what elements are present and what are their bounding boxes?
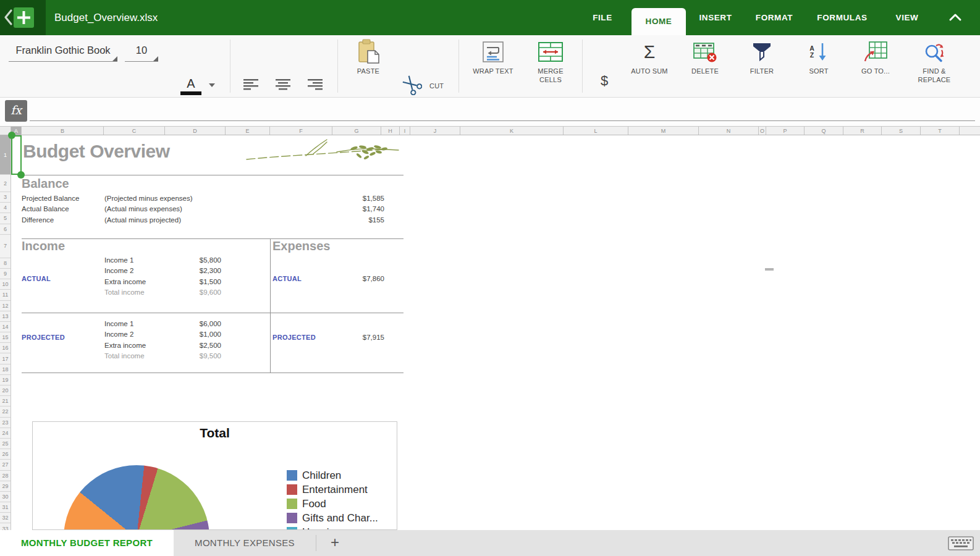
row-header[interactable]: 21 [0, 396, 11, 406]
fx-button[interactable]: fx [5, 100, 27, 122]
income-row: Income 2$2,300 [104, 266, 221, 277]
column-header[interactable]: M [628, 127, 699, 135]
formula-bar: fx [0, 98, 980, 126]
row-header[interactable]: 20 [0, 385, 11, 396]
row-header[interactable]: 17 [0, 353, 11, 364]
goto-icon [863, 37, 888, 67]
row-header[interactable]: 28 [0, 471, 11, 481]
wrap-text-button[interactable]: WRAP TEXT [465, 37, 522, 94]
row-header[interactable]: 11 [0, 290, 11, 300]
column-header[interactable]: L [564, 127, 628, 135]
row-header[interactable]: 26 [0, 449, 11, 460]
balance-row: Projected Balance (Projected minus expen… [22, 194, 384, 204]
column-header[interactable]: D [165, 127, 226, 135]
column-header[interactable]: P [766, 127, 805, 135]
column-header[interactable]: B [22, 127, 104, 135]
row-header[interactable]: 27 [0, 460, 11, 470]
font-color-button[interactable]: A [180, 77, 201, 95]
tab-view[interactable]: VIEW [882, 0, 932, 35]
filter-button[interactable]: FILTER [735, 37, 788, 94]
back-icon[interactable] [2, 8, 14, 27]
sheet-tab-inactive[interactable]: MONTHLY EXPENSES [183, 530, 306, 556]
autosum-button[interactable]: Σ AUTO SUM [623, 37, 676, 94]
row-header[interactable]: 22 [0, 406, 11, 417]
font-size-select[interactable]: 10 [125, 40, 158, 62]
row-header[interactable]: 2 [0, 175, 11, 192]
row-header[interactable]: 16 [0, 343, 11, 353]
column-header[interactable]: E [226, 127, 270, 135]
add-sheet-button[interactable]: + [324, 530, 346, 556]
align-center-button[interactable] [268, 72, 298, 99]
sort-button[interactable]: AZ SORT [792, 37, 845, 94]
collapse-ribbon-icon[interactable] [942, 0, 969, 35]
row-header[interactable]: 29 [0, 481, 11, 492]
tab-home[interactable]: HOME [632, 8, 686, 35]
align-left-button[interactable] [236, 72, 266, 99]
selection-handle-top[interactable] [8, 132, 15, 139]
column-header[interactable]: H [381, 127, 400, 135]
font-color-dropdown-icon[interactable] [209, 83, 215, 90]
row-header[interactable]: 24 [0, 428, 11, 439]
cut-button[interactable]: CUT [399, 72, 457, 99]
column-header[interactable]: Q [805, 127, 843, 135]
sheet-tab-active[interactable]: MONTHLY BUDGET REPORT [0, 530, 174, 556]
document-title: Budget_Overview.xlsx [54, 0, 158, 35]
row-header[interactable]: 5 [0, 213, 11, 224]
column-header[interactable]: R [843, 127, 882, 135]
row-header[interactable]: 9 [0, 269, 11, 279]
paste-button[interactable]: PASTE [345, 37, 392, 94]
column-header[interactable]: C [104, 127, 165, 135]
tab-format[interactable]: FORMAT [746, 0, 802, 35]
cell-selection-outline [11, 135, 22, 175]
font-name-select[interactable]: Franklin Gothic Book [9, 40, 117, 62]
column-header[interactable]: O [759, 127, 766, 135]
sheet-canvas[interactable]: Budget Overview Balance [11, 135, 980, 530]
row-header[interactable]: 4 [0, 203, 11, 213]
column-header[interactable]: N [699, 127, 759, 135]
cut-icon [401, 74, 422, 98]
tab-insert[interactable]: INSERT [691, 0, 740, 35]
align-right-icon [307, 78, 323, 93]
column-header[interactable]: K [460, 127, 564, 135]
column-header[interactable]: T [921, 127, 960, 135]
row-header[interactable]: 31 [0, 502, 11, 513]
merge-cells-button[interactable]: MERGE CELLS [523, 37, 578, 94]
column-header[interactable]: G [332, 127, 381, 135]
column-header[interactable]: F [270, 127, 332, 135]
row-header[interactable]: 33 [0, 523, 11, 530]
column-header[interactable]: I [400, 127, 410, 135]
pie-chart-frame[interactable]: Total Children Entertainment [32, 421, 397, 530]
income-row: Income 1$6,000 [104, 319, 221, 330]
row-header[interactable]: 15 [0, 332, 11, 343]
delete-button[interactable]: DELETE [678, 37, 732, 94]
row-header[interactable]: 6 [0, 224, 11, 235]
row-header[interactable]: 14 [0, 322, 11, 332]
goto-button[interactable]: GO TO... [849, 37, 902, 94]
row-header[interactable]: 25 [0, 439, 11, 449]
column-header[interactable]: S [882, 127, 921, 135]
row-header[interactable]: 30 [0, 492, 11, 502]
row-header[interactable]: 19 [0, 375, 11, 385]
formula-input[interactable] [30, 100, 975, 121]
tab-formulas[interactable]: FORMULAS [807, 0, 877, 35]
row-header[interactable]: 3 [0, 192, 11, 203]
row-header[interactable]: 23 [0, 418, 11, 428]
row-header[interactable]: 32 [0, 513, 11, 523]
dropdown-corner-icon [112, 56, 117, 61]
row-header[interactable]: 10 [0, 279, 11, 290]
row-header[interactable]: 13 [0, 311, 11, 322]
app-plus-icon[interactable] [14, 7, 34, 28]
row-header[interactable]: 7 [0, 235, 11, 258]
tab-file[interactable]: FILE [578, 0, 627, 35]
row-header[interactable]: 12 [0, 301, 11, 311]
row-header[interactable]: 1 [0, 135, 11, 175]
delete-icon [693, 37, 717, 67]
selection-handle-bottom[interactable] [17, 171, 25, 179]
align-right-button[interactable] [300, 72, 330, 99]
cut-label: CUT [429, 82, 444, 90]
find-replace-button[interactable]: FIND & REPLACE [906, 37, 963, 94]
row-header[interactable]: 18 [0, 364, 11, 375]
row-header[interactable]: 8 [0, 258, 11, 269]
keyboard-icon[interactable] [948, 536, 974, 550]
column-header[interactable]: J [410, 127, 460, 135]
